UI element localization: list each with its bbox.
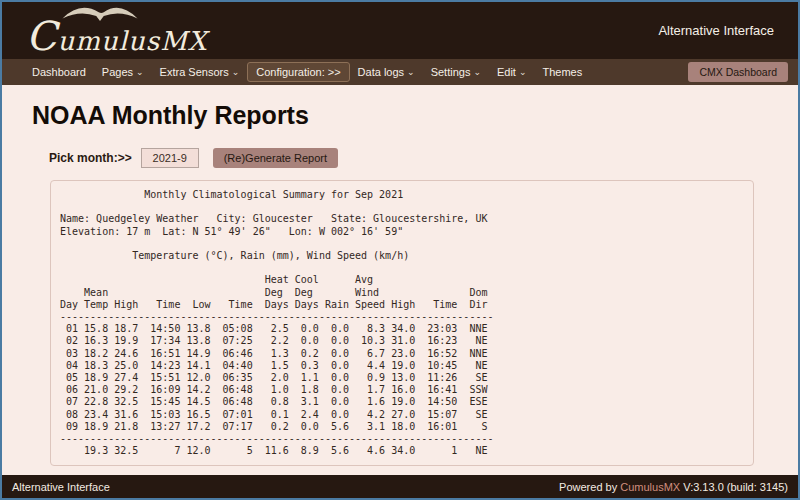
nav-item-label: Settings	[431, 66, 471, 78]
chevron-down-icon: ⌄	[232, 68, 240, 77]
noaa-report-text: Monthly Climatological Summary for Sep 2…	[60, 189, 747, 457]
regenerate-report-button[interactable]: (Re)Generate Report	[213, 148, 338, 168]
alternative-interface-label: Alternative Interface	[658, 23, 774, 38]
app-logo[interactable]: CumulusMX	[26, 4, 207, 58]
footer-bar: Alternative Interface Powered by Cumulus…	[2, 475, 798, 498]
nav-item-data-logs[interactable]: Data logs ⌄	[350, 62, 423, 82]
powered-by: Powered by CumulusMX V:3.13.0 (build: 31…	[559, 481, 788, 493]
pick-month-label: Pick month:>>	[49, 151, 132, 165]
page-title: NOAA Monthly Reports	[32, 101, 798, 130]
main-content: NOAA Monthly Reports Pick month:>> 2021-…	[2, 85, 798, 475]
report-controls: Pick month:>> 2021-9 (Re)Generate Report	[49, 148, 798, 168]
main-nav: Dashboard Pages ⌄ Extra Sensors ⌄ Config…	[2, 59, 798, 85]
nav-item-extra-sensors[interactable]: Extra Sensors ⌄	[152, 62, 248, 82]
chevron-down-icon: ⌄	[473, 68, 481, 77]
nav-item-pages[interactable]: Pages ⌄	[94, 62, 152, 82]
chevron-down-icon: ⌄	[136, 68, 144, 77]
chevron-down-icon: ⌄	[519, 68, 527, 77]
cumulusmx-link[interactable]: CumulusMX	[620, 481, 680, 493]
bird-logo-icon	[62, 1, 138, 25]
nav-item-label: Dashboard	[32, 66, 86, 78]
chevron-down-icon: ⌄	[407, 68, 415, 77]
nav-item-themes[interactable]: Themes	[534, 62, 590, 82]
footer-left-label: Alternative Interface	[12, 481, 110, 493]
nav-item-configuration[interactable]: Configuration: >>	[247, 62, 349, 82]
top-header: CumulusMX Alternative Interface	[2, 2, 798, 59]
powered-by-prefix: Powered by	[559, 481, 620, 493]
nav-item-label: Data logs	[358, 66, 404, 78]
nav-item-label: Extra Sensors	[160, 66, 229, 78]
cmx-dashboard-button[interactable]: CMX Dashboard	[688, 62, 788, 82]
report-panel: Monthly Climatological Summary for Sep 2…	[50, 180, 754, 466]
month-select[interactable]: 2021-9	[141, 148, 199, 168]
nav-item-settings[interactable]: Settings ⌄	[423, 62, 489, 82]
nav-item-label: Edit	[497, 66, 516, 78]
version-label: V:3.13.0 (build: 3145)	[680, 481, 788, 493]
nav-item-edit[interactable]: Edit ⌄	[489, 62, 535, 82]
nav-item-dashboard[interactable]: Dashboard	[24, 62, 94, 82]
app-window: CumulusMX Alternative Interface Dashboar…	[0, 0, 800, 500]
nav-item-label: Themes	[542, 66, 582, 78]
nav-item-label: Configuration: >>	[256, 66, 340, 78]
nav-item-label: Pages	[102, 66, 133, 78]
